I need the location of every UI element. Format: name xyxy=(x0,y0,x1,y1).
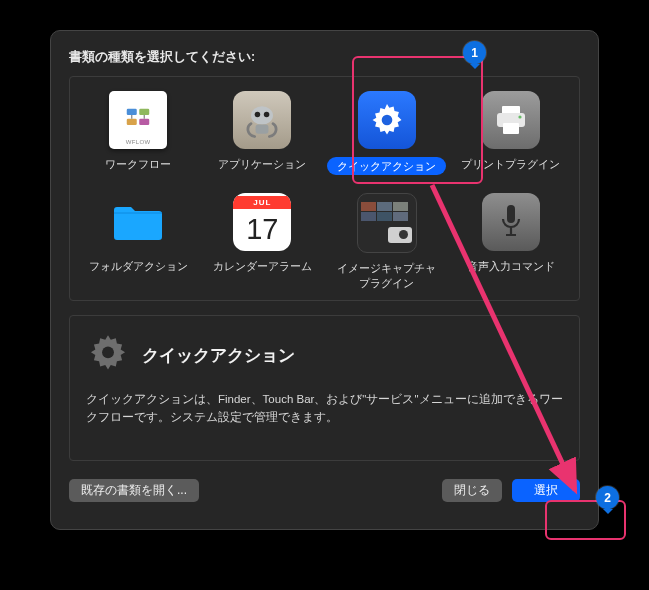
type-workflow[interactable]: ワークフロー xyxy=(78,87,198,179)
description-title: クイックアクション xyxy=(142,344,295,367)
gear-icon xyxy=(358,91,416,149)
type-image-capture-plugin[interactable]: イメージキャプチャ プラグイン xyxy=(327,189,447,294)
svg-point-14 xyxy=(102,346,114,358)
svg-rect-2 xyxy=(127,119,137,125)
type-label: イメージキャプチャ プラグイン xyxy=(337,262,436,288)
type-folder-action[interactable]: フォルダアクション xyxy=(78,189,198,294)
document-type-grid: ワークフロー アプリケーション クイックアクション xyxy=(69,76,580,301)
dialog-title: 書類の種類を選択してください: xyxy=(69,49,580,66)
svg-point-5 xyxy=(255,112,260,118)
annotation-step-2: 2 xyxy=(596,486,619,509)
type-dictation-command[interactable]: 音声入力コマンド xyxy=(451,189,571,294)
svg-rect-3 xyxy=(139,119,149,125)
svg-point-8 xyxy=(381,115,392,126)
automator-robot-icon xyxy=(233,91,291,149)
calendar-day: 17 xyxy=(246,209,278,249)
type-label: ワークフロー xyxy=(105,158,171,170)
workflow-icon xyxy=(109,91,167,149)
type-print-plugin[interactable]: プリントプラグイン xyxy=(451,87,571,179)
svg-rect-9 xyxy=(502,106,520,114)
choose-button[interactable]: 選択 xyxy=(512,479,580,502)
svg-rect-0 xyxy=(127,109,137,115)
type-application[interactable]: アプリケーション xyxy=(202,87,322,179)
annotation-step-1: 1 xyxy=(463,41,486,64)
svg-rect-7 xyxy=(256,125,269,134)
image-capture-icon xyxy=(357,193,417,253)
description-body: クイックアクションは、Finder、Touch Bar、および"サービス"メニュ… xyxy=(86,391,563,427)
gear-icon xyxy=(86,332,130,379)
close-button[interactable]: 閉じる xyxy=(442,479,502,502)
microphone-icon xyxy=(482,193,540,251)
new-document-dialog: 書類の種類を選択してください: ワークフロー アプリケーション xyxy=(50,30,599,530)
description-panel: クイックアクション クイックアクションは、Finder、Touch Bar、およ… xyxy=(69,315,580,461)
printer-icon xyxy=(482,91,540,149)
svg-point-6 xyxy=(264,112,270,118)
calendar-icon: JUL 17 xyxy=(233,193,291,251)
svg-rect-11 xyxy=(503,123,519,134)
svg-point-12 xyxy=(518,115,521,118)
type-label: プリントプラグイン xyxy=(461,158,560,170)
type-label: 音声入力コマンド xyxy=(467,260,555,272)
type-quick-action[interactable]: クイックアクション xyxy=(327,87,447,179)
svg-rect-1 xyxy=(139,109,149,115)
dialog-footer: 既存の書類を開く... 閉じる 選択 xyxy=(69,479,580,502)
type-label: クイックアクション xyxy=(327,157,446,175)
type-calendar-alarm[interactable]: JUL 17 カレンダーアラーム xyxy=(202,189,322,294)
svg-point-4 xyxy=(251,106,273,124)
type-label: フォルダアクション xyxy=(89,260,188,272)
type-label: カレンダーアラーム xyxy=(213,260,312,272)
open-existing-button[interactable]: 既存の書類を開く... xyxy=(69,479,199,502)
calendar-month: JUL xyxy=(233,196,291,209)
svg-rect-13 xyxy=(507,205,515,223)
type-label: アプリケーション xyxy=(218,158,306,170)
folder-icon xyxy=(109,193,167,251)
